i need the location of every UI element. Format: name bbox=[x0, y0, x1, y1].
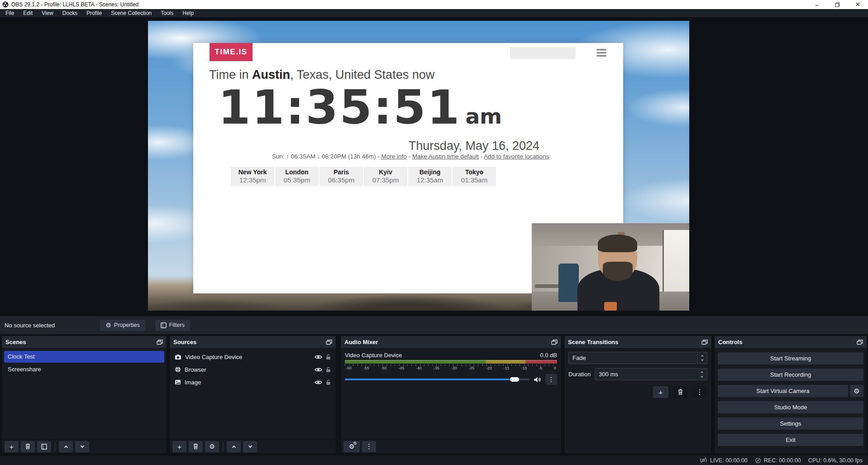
move-scene-up-button[interactable] bbox=[59, 441, 73, 452]
virtual-camera-config-button[interactable]: ⚙ bbox=[850, 385, 863, 397]
transitions-header: Scene Transitions bbox=[564, 336, 711, 349]
menu-scene-collection[interactable]: Scene Collection bbox=[106, 9, 156, 17]
city-box-kyiv[interactable]: Kyiv 07:35pm bbox=[364, 167, 407, 186]
site-search-box[interactable] bbox=[510, 47, 576, 59]
menu-help[interactable]: Help bbox=[178, 9, 198, 17]
duration-spinner[interactable]: 300 ms bbox=[595, 368, 707, 380]
obs-logo-icon bbox=[2, 1, 9, 8]
menu-edit[interactable]: Edit bbox=[19, 9, 37, 17]
source-row-video-capture[interactable]: Video Capture Device bbox=[171, 351, 334, 363]
popout-icon[interactable] bbox=[157, 340, 163, 345]
lock-icon[interactable] bbox=[326, 367, 331, 373]
speaker-icon[interactable] bbox=[534, 376, 541, 383]
move-source-up-button[interactable] bbox=[227, 441, 241, 452]
toolbar-separator bbox=[223, 442, 223, 451]
window-titlebar: OBS 29.1.2 - Profile: LLHLS BETA - Scene… bbox=[0, 0, 868, 9]
sun-times: Sun: ↑ 06:35AM ↓ 08:20PM (13h 46m) - bbox=[272, 153, 382, 160]
menu-tools[interactable]: Tools bbox=[156, 9, 178, 17]
studio-mode-button[interactable]: Studio Mode bbox=[718, 401, 863, 413]
rec-status: REC: 00:00:00 bbox=[755, 457, 801, 464]
source-row-browser[interactable]: Browser bbox=[171, 364, 334, 375]
move-scene-down-button[interactable] bbox=[75, 441, 89, 452]
tick-label: -50 bbox=[381, 366, 386, 370]
remove-transition-button[interactable] bbox=[672, 386, 688, 398]
add-source-button[interactable]: + bbox=[172, 441, 186, 452]
start-recording-button[interactable]: Start Recording bbox=[718, 369, 863, 381]
remove-scene-button[interactable] bbox=[21, 441, 35, 452]
hamburger-menu-icon[interactable] bbox=[596, 48, 607, 57]
cpu-fps-text: CPU: 0.6%, 30.00 fps bbox=[808, 457, 863, 464]
add-favorite-link[interactable]: Add to favorite locations bbox=[484, 153, 549, 160]
visibility-eye-icon[interactable] bbox=[315, 355, 322, 360]
transition-properties-button[interactable]: ⋮ bbox=[692, 386, 707, 398]
exit-button[interactable]: Exit bbox=[718, 434, 863, 446]
spinner-arrows[interactable] bbox=[698, 370, 707, 379]
start-streaming-button[interactable]: Start Streaming bbox=[718, 352, 863, 364]
scenes-list: Clock Test Screenshare bbox=[2, 349, 167, 439]
search-input[interactable] bbox=[513, 47, 592, 59]
advanced-audio-button[interactable]: ⚙⚙ bbox=[343, 441, 360, 452]
city-box-newyork[interactable]: New York 12:35pm bbox=[231, 167, 274, 186]
minimize-button[interactable]: – bbox=[807, 0, 827, 9]
source-row-image[interactable]: Image bbox=[171, 376, 334, 388]
scene-item-screenshare[interactable]: Screenshare bbox=[4, 364, 164, 375]
volume-slider-handle[interactable] bbox=[510, 377, 519, 382]
webcam-person-beard bbox=[603, 262, 633, 281]
city-box-paris[interactable]: Paris 06:35pm bbox=[320, 167, 363, 186]
popout-icon[interactable] bbox=[701, 340, 708, 345]
add-transition-button[interactable]: + bbox=[653, 386, 668, 398]
sun-info-line: Sun: ↑ 06:35AM ↓ 08:20PM (13h 46m) - Mor… bbox=[211, 153, 610, 160]
mixer-channel-menu-button[interactable]: ⋮ bbox=[545, 374, 557, 385]
mixer-menu-button[interactable]: ⋮ bbox=[362, 441, 376, 452]
tick-label: -25 bbox=[468, 366, 474, 370]
restore-button[interactable] bbox=[827, 0, 848, 9]
webcam-chair bbox=[558, 264, 579, 302]
city-box-london[interactable]: London 05:35pm bbox=[275, 167, 319, 186]
restore-icon bbox=[835, 2, 840, 7]
properties-button[interactable]: ⚙ Properties bbox=[100, 320, 145, 331]
time-digits: 11:35:51 bbox=[218, 83, 461, 132]
transition-select[interactable]: Fade bbox=[568, 352, 707, 364]
lock-icon[interactable] bbox=[326, 354, 331, 360]
scene-transitions-panel: Scene Transitions Fade Duration 300 ms bbox=[564, 336, 712, 454]
scene-filters-button[interactable] bbox=[37, 441, 51, 452]
world-cities-strip: New York 12:35pm London 05:35pm Paris 06… bbox=[231, 167, 496, 186]
filters-button[interactable]: Filters bbox=[155, 320, 190, 331]
remove-source-button[interactable] bbox=[189, 441, 203, 452]
scene-item-clock-test[interactable]: Clock Test bbox=[4, 351, 164, 363]
chevron-up-icon bbox=[232, 445, 235, 449]
make-default-link[interactable]: Make Austin time default bbox=[412, 153, 479, 160]
time-meridiem: am bbox=[465, 104, 502, 129]
city-box-tokyo[interactable]: Tokyo 01:35am bbox=[453, 167, 496, 186]
select-arrows[interactable] bbox=[697, 352, 707, 364]
popout-icon[interactable] bbox=[857, 340, 863, 345]
settings-button[interactable]: Settings bbox=[718, 417, 863, 430]
menu-file[interactable]: File bbox=[1, 9, 19, 17]
lock-icon[interactable] bbox=[326, 379, 331, 385]
city-time: 01:35am bbox=[453, 176, 496, 184]
heading-city: Austin bbox=[252, 68, 290, 81]
volume-slider[interactable] bbox=[345, 379, 529, 380]
close-button[interactable]: × bbox=[848, 0, 868, 9]
meter-tick-labels: -60 -55 -50 -45 -40 -35 -30 -25 -20 -15 … bbox=[345, 366, 557, 370]
popout-icon[interactable] bbox=[326, 340, 332, 345]
transitions-buttons: + ⋮ bbox=[568, 386, 707, 398]
menu-view[interactable]: View bbox=[37, 9, 58, 17]
more-info-link[interactable]: More info bbox=[381, 153, 406, 160]
menu-profile[interactable]: Profile bbox=[82, 9, 106, 17]
live-timer: LIVE: 00:00:00 bbox=[710, 457, 748, 464]
add-scene-button[interactable]: + bbox=[5, 441, 19, 452]
visibility-eye-icon[interactable] bbox=[315, 380, 322, 385]
visibility-eye-icon[interactable] bbox=[315, 367, 322, 372]
menu-docks[interactable]: Docks bbox=[58, 9, 82, 17]
window-title: OBS 29.1.2 - Profile: LLHLS BETA - Scene… bbox=[11, 1, 807, 8]
scene-preview-canvas[interactable]: TIME.IS Time in Austin, Texas, United St… bbox=[148, 21, 689, 311]
webcam-video-overlay[interactable] bbox=[532, 223, 689, 311]
performance-stats: CPU: 0.6%, 30.00 fps bbox=[808, 457, 863, 464]
city-box-beijing[interactable]: Beijing 12:35am bbox=[408, 167, 452, 186]
start-virtual-camera-button[interactable]: Start Virtual Camera bbox=[718, 385, 848, 397]
source-properties-button[interactable]: ⚙ bbox=[205, 441, 219, 452]
virtual-camera-row: Start Virtual Camera ⚙ bbox=[718, 385, 863, 397]
popout-icon[interactable] bbox=[551, 340, 558, 345]
move-source-down-button[interactable] bbox=[243, 441, 257, 452]
